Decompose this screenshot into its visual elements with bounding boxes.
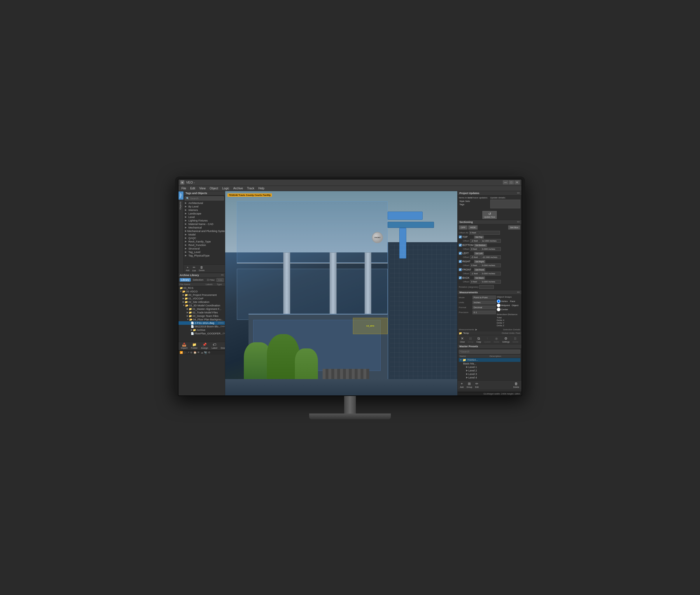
archive-item-dwg1[interactable]: 📄 2-FS1-101A.dwg DWG [178,321,225,325]
set-back-button[interactable]: Set Back [474,276,485,280]
rotation-input[interactable]: 0.000 [479,285,494,289]
tags-search-input[interactable] [190,197,223,200]
center-radio[interactable] [497,308,500,311]
maximize-button[interactable]: □ [509,180,514,185]
presets-search-input[interactable] [460,350,519,353]
expand-icon[interactable]: ▶ [475,328,477,331]
tree-item-landscape[interactable]: ▶ Landscape [184,212,225,215]
bottom-checkbox[interactable] [459,244,462,247]
folder-button[interactable]: 📁 Folder [190,343,199,349]
top-inches[interactable] [481,239,501,243]
bottom-inches[interactable] [481,247,501,251]
tree-item-revit-family[interactable]: ▶ Revit_Family_Type [184,240,225,244]
preset-item-root[interactable]: ▼ 📁 701814... [459,358,520,362]
preset-level4[interactable]: ▶ Level 4 [459,376,520,379]
archive-item-site[interactable]: ▶ 📁 02_Site Utilization [178,300,225,304]
units-input[interactable] [472,301,496,304]
presets-search-box[interactable] [459,349,520,354]
menu-help[interactable]: Help [257,187,266,190]
set-bottom-button[interactable]: Set Bottom [474,244,487,247]
left-inches[interactable] [481,255,501,259]
tree-item-material[interactable]: ▶ Material Name - CAD [184,222,225,226]
menu-file[interactable]: File [180,187,188,190]
format-input[interactable] [472,306,496,309]
presets-edit-button[interactable]: ✏ Edit [474,381,480,389]
archive-item-procurement[interactable]: ▶ 📁 00_Project Procurement [178,293,225,297]
menu-archive[interactable]: Archive [232,187,245,190]
minimize-button[interactable]: — [503,180,508,185]
precision-input[interactable] [472,310,496,314]
update-now-button[interactable]: ↺ Update Now [483,211,497,219]
menu-track[interactable]: Track [245,187,256,190]
preset-basic-ma[interactable]: Basic Ma... [459,362,520,365]
left-feet[interactable] [470,255,480,259]
group-button[interactable]: ⊞ Group [467,336,474,343]
front-inches[interactable] [481,272,501,276]
stable-button[interactable]: ◉ Stable [492,336,500,343]
archive-search-input[interactable] [218,279,222,281]
archive-item-3svdco[interactable]: ▼ 📂 3S VDCO [178,290,225,293]
tree-item-mech-plumbing[interactable]: ▶ Mechanical and Plumbing Systems [184,229,225,233]
copy-button[interactable]: ⧉ Copy [475,336,482,343]
section-off-button[interactable]: OFF [459,225,468,230]
download-button[interactable]: ⬇ Download [220,343,225,349]
archive-item-floorplan[interactable]: 📄 FloorPlan_GOODFER... DWG [178,332,225,335]
set-top-button[interactable]: Set Top [474,235,484,239]
menu-view[interactable]: View [198,187,207,190]
back-checkbox[interactable] [459,276,462,279]
archive-item-rcs[interactable]: 📁 03_RCS [178,286,225,290]
tree-item-qaqc[interactable]: ▶ QAQC [184,236,225,240]
top-feet[interactable] [470,239,480,243]
edit-button[interactable]: ✏ Edit [191,265,197,272]
tree-item-structural[interactable]: ▶ Structural [184,247,225,250]
vertex-radio[interactable] [497,300,500,303]
tree-item-tag-physical[interactable]: ▶ Tag_PhysicalType [184,254,225,257]
right-checkbox[interactable] [459,260,462,263]
delete-button[interactable]: 🗑 Delete [198,265,206,272]
presets-group-button[interactable]: ⊞ Group [465,381,473,389]
add-button[interactable]: + Add [185,265,190,272]
back-inches[interactable] [481,280,501,284]
tree-item-interiors[interactable]: ▶ Interiors [184,208,225,212]
tree-item-bylevel[interactable]: ▶ By Level [184,205,225,208]
archive-item-archive-sub[interactable]: ▶ 📁 Archive [178,328,225,332]
meas-delete-button[interactable]: 🗑 Delete [511,336,520,343]
label-button[interactable]: 🏷 Label [210,343,218,349]
left-checkbox[interactable] [459,252,462,255]
right-inches[interactable] [481,263,501,267]
preset-level2[interactable]: ▶ Level 2 [459,369,520,372]
set-front-button[interactable]: Set Front [474,268,485,272]
archive-item-floor-plan[interactable]: ▼ 📂 04_Floor Plan Backgrou... [178,318,225,321]
style-sets-item[interactable]: Style Sets [459,200,489,203]
set-right-button[interactable]: Set Right [474,260,485,263]
menu-object[interactable]: Object [208,187,220,190]
archive-item-boom[interactable]: 📄 09122019 Boom Blo... DWG [178,325,225,328]
tab-objects[interactable]: Objects [178,200,183,211]
tree-item-model[interactable]: ▶ Model [184,233,225,236]
preset-level1[interactable]: ▶ Level 1 [459,365,520,369]
menu-edit[interactable]: Edit [188,187,197,190]
archive-item-design[interactable]: ▶ 📁 03_Design Team Files [178,314,225,318]
archive-search-box[interactable] [216,278,224,282]
archive-item-master[interactable]: ▶ 📁 01_Master Alignment F... [178,307,225,311]
midpoint-radio[interactable] [497,304,500,307]
settings-button[interactable]: ⚙ Settings [501,336,511,343]
tags-search-box[interactable]: 🔍 [185,196,224,200]
presets-add-button[interactable]: + Add [459,381,465,389]
offset-all-feet[interactable] [469,231,479,235]
clear-button[interactable]: ✕ Clear [459,336,466,343]
back-feet[interactable] [470,280,480,284]
tree-item-revit-function[interactable]: ▶ Revit_Function [184,244,225,247]
tab-tags[interactable]: Tags [178,191,183,200]
assign-button[interactable]: 📌 Assign [200,343,209,349]
menu-logic[interactable]: Logic [221,187,231,190]
tags-item[interactable]: Tags [459,203,489,206]
tree-item-level[interactable]: ▶ Level [184,215,225,219]
close-button[interactable]: ✕ [515,180,520,185]
tree-item-lighting[interactable]: ▶ Lighting Fixtures [184,219,225,222]
update-details-text[interactable] [490,200,521,208]
tree-item-architectural[interactable]: ▶ Architectural [184,201,225,205]
preset-level3[interactable]: ▶ Level 3 [459,372,520,376]
presets-delete-button[interactable]: 🗑 Delete [512,381,520,389]
bottom-feet[interactable] [470,247,480,251]
